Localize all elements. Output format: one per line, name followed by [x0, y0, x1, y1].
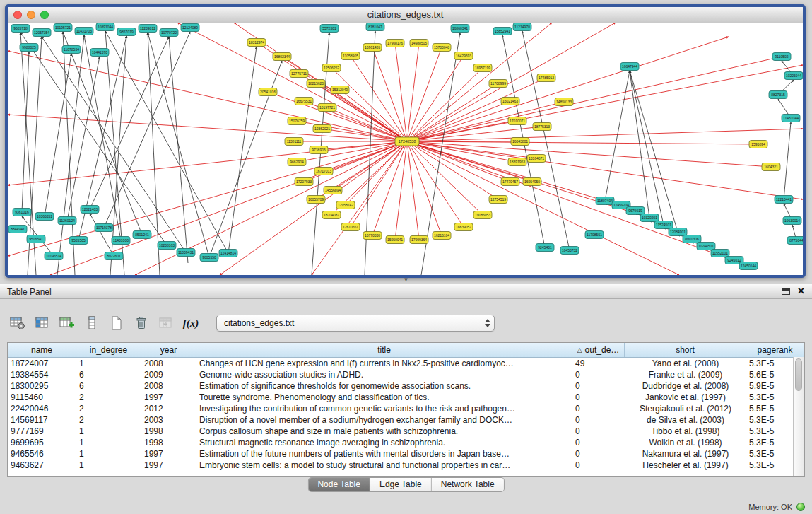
graph-node[interactable]: 15076759 — [288, 117, 306, 125]
graph-node[interactable]: 9506541 — [27, 235, 45, 243]
graph-node[interactable]: 12506252 — [322, 64, 341, 72]
graph-node[interactable]: 12754519 — [489, 196, 507, 204]
column-header-year[interactable]: year — [141, 343, 196, 357]
memory-status-indicator[interactable] — [796, 503, 805, 511]
graph-node[interactable]: 12210441 — [775, 196, 793, 204]
graph-node[interactable]: 9738906 — [310, 146, 328, 154]
graph-node[interactable]: 18391953 — [508, 158, 526, 166]
graph-node[interactable]: 16802344 — [273, 53, 291, 61]
graph-node[interactable]: 10244501 — [697, 243, 715, 250]
graph-node[interactable]: 10630014 — [783, 217, 801, 225]
graph-node[interactable]: 18215620 — [307, 80, 325, 88]
graph-node[interactable]: 11431044 — [782, 115, 800, 122]
graph-node[interactable]: 12362021 — [313, 125, 331, 133]
table-row[interactable]: 911546021997Tourette syndrome. Phenomeno… — [8, 392, 804, 403]
table-row[interactable]: 946554611997Estimation of the future num… — [8, 448, 804, 460]
graph-node[interactable]: 16770330 — [363, 232, 382, 240]
table-row[interactable]: 977716911998Corpus callosum shape and si… — [8, 426, 804, 437]
graph-node[interactable]: 12958742 — [336, 201, 355, 209]
graph-node[interactable]: 9679019 — [626, 207, 645, 215]
graph-node[interactable]: 8775044 — [787, 237, 803, 245]
graph-node[interactable]: 10770722 — [160, 29, 178, 37]
graph-node[interactable]: 8922601 — [105, 252, 123, 260]
column-header-name[interactable]: name — [8, 343, 76, 357]
graph-node[interactable]: 11059431 — [177, 249, 195, 257]
graph-node[interactable]: 8501241 — [133, 231, 151, 239]
graph-node[interactable]: 16954950 — [523, 178, 541, 186]
graph-node[interactable]: 11708999 — [489, 80, 507, 88]
graph-node[interactable]: 11431000 — [112, 237, 130, 245]
graph-node[interactable]: 20541016 — [259, 88, 277, 96]
graph-node[interactable]: 17908176 — [386, 40, 404, 47]
graph-node[interactable]: 10719378 — [95, 224, 113, 232]
graph-node[interactable]: 11431703 — [75, 28, 93, 35]
graph-node[interactable]: 17999364 — [410, 236, 428, 244]
graph-node[interactable]: 5572301 — [320, 25, 339, 33]
graph-node[interactable]: 1595894 — [749, 141, 767, 148]
graph-node[interactable]: 14850133 — [555, 98, 573, 106]
graph-node[interactable]: 9857019 — [117, 28, 136, 36]
column-header-in_degree[interactable]: in_degree — [76, 343, 141, 357]
graph-node[interactable]: 17207933 — [295, 178, 313, 186]
column-header-pagerank[interactable]: pagerank — [746, 343, 804, 357]
graph-node[interactable]: 9605718 — [11, 25, 30, 33]
graph-node[interactable]: 12610651 — [341, 223, 360, 231]
graph-node[interactable]: 10320201 — [640, 214, 659, 222]
graph-node[interactable]: 16043801 — [511, 138, 529, 146]
graph-node[interactable]: 12775711 — [290, 70, 308, 78]
row-table-icon[interactable] — [83, 314, 101, 332]
graph-node[interactable]: 16647944 — [620, 63, 639, 71]
graph-node[interactable]: 12450144 — [739, 262, 758, 270]
graph-node[interactable]: 18775313 — [533, 123, 551, 131]
graph-node[interactable]: 16717013 — [314, 168, 333, 175]
graph-node[interactable]: 19086053 — [473, 211, 492, 219]
graph-node[interactable]: 18704087 — [322, 211, 341, 219]
add-column-icon[interactable] — [58, 314, 76, 332]
column-header-title[interactable]: title — [196, 343, 572, 357]
graph-node[interactable]: 15700048 — [433, 44, 451, 52]
tab-node-table[interactable]: Node Table — [308, 478, 370, 491]
import-table-icon[interactable] — [157, 314, 175, 332]
graph-node[interactable]: 16429593 — [454, 52, 473, 60]
function-icon[interactable]: f(x) — [182, 314, 200, 332]
graph-node[interactable]: 9110502 — [772, 53, 791, 61]
graph-node[interactable]: 10196514 — [45, 252, 63, 260]
graph-node[interactable]: 1604321 — [762, 163, 780, 171]
graph-node[interactable]: 9361016 — [13, 209, 31, 216]
graph-node[interactable]: 11078534 — [62, 46, 81, 54]
graph-node[interactable]: 16216104 — [433, 232, 451, 240]
graph-node[interactable]: 16021463 — [501, 98, 519, 105]
network-canvas[interactable]: 1604380118391953174704571275451919086053… — [8, 23, 803, 275]
table-row[interactable]: 946362711997Embryonic stem cells: a mode… — [8, 460, 804, 471]
table-row[interactable]: 969969511998Structural magnetic resonanc… — [8, 437, 804, 448]
table-row[interactable]: 1872400712008Changes of HCN gene express… — [8, 358, 804, 369]
graph-node[interactable]: 11708551 — [585, 231, 604, 239]
graph-node[interactable]: 11058905 — [341, 52, 360, 60]
network-table-select[interactable]: citations_edges.txt — [216, 315, 495, 332]
graph-node[interactable]: 9245401 — [536, 244, 554, 252]
graph-node[interactable]: 10891044 — [96, 23, 114, 31]
graph-node[interactable]: 11239812 — [139, 25, 157, 33]
table-row[interactable]: 1456911722003Disruption of a novel membe… — [8, 414, 804, 426]
graph-node[interactable]: 12124089 — [181, 24, 199, 32]
graph-node[interactable]: 16860341 — [451, 25, 469, 33]
graph-node[interactable]: 11524501 — [654, 221, 673, 229]
table-settings-icon[interactable] — [8, 314, 27, 332]
new-document-icon[interactable] — [107, 314, 126, 332]
column-header-short[interactable]: short — [625, 343, 746, 357]
graph-node[interactable]: 11807404 — [596, 197, 614, 205]
graph-node[interactable]: 9505505 — [69, 237, 88, 245]
graph-node[interactable]: 18957199 — [473, 64, 492, 72]
graph-node[interactable]: 10366351 — [35, 213, 54, 221]
graph-node[interactable]: 12084901 — [669, 228, 687, 236]
table-row[interactable]: 2242004622012Investigating the contribut… — [8, 403, 804, 414]
graph-node[interactable]: 9662904 — [288, 158, 306, 166]
graph-node[interactable]: 10195721 — [54, 24, 72, 32]
graph-node[interactable]: 14988505 — [410, 40, 428, 47]
graph-node[interactable]: 11214970 — [513, 23, 531, 31]
graph-node[interactable]: 13164671 — [527, 155, 546, 163]
graph-node[interactable]: 18312974 — [247, 39, 266, 47]
graph-node[interactable]: 10441570 — [90, 49, 109, 57]
graph-node[interactable]: 12057354 — [33, 29, 51, 37]
graph-node[interactable]: 15950041 — [386, 236, 404, 244]
